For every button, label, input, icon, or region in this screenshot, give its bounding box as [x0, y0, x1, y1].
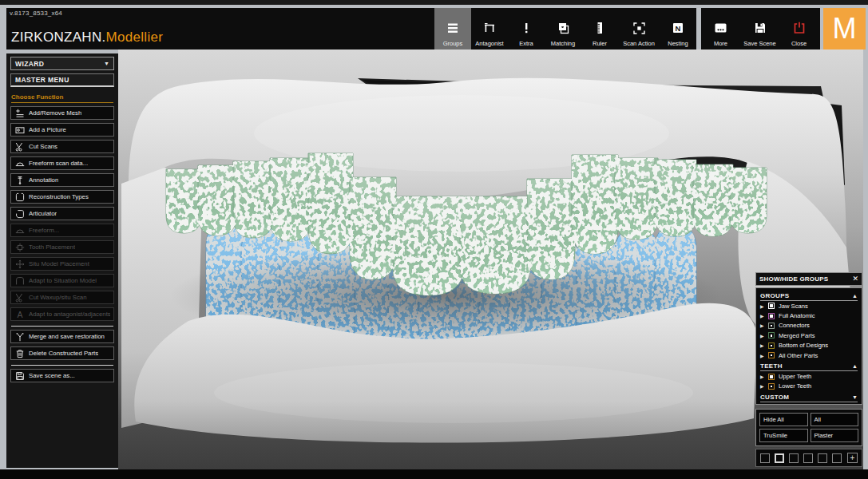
freeform-dome-icon [14, 159, 25, 168]
letter-a-icon: A [14, 310, 25, 319]
group-row-connectors[interactable]: ▶ Connectors [760, 321, 858, 331]
chevron-down-icon: ▼ [104, 61, 109, 66]
expand-arrow-icon[interactable]: ▶ [760, 383, 764, 389]
close-power-icon [793, 16, 806, 40]
trusmile-button[interactable]: TruSmile [759, 429, 808, 442]
expand-arrow-icon[interactable]: ▶ [760, 313, 764, 319]
sidebar-button-adapt-to-situation-model: Adapt to Situation Model [10, 274, 114, 287]
sidebar-divider [11, 326, 113, 327]
dental-model-render [118, 49, 863, 469]
checkbox-connectors[interactable] [768, 323, 775, 329]
checkbox-all-other-parts[interactable] [768, 352, 775, 358]
layout-slot-2-selected[interactable] [775, 453, 784, 463]
checkbox-full-anatomic[interactable] [768, 313, 775, 319]
toolbar-button-matching[interactable]: Matching [545, 8, 581, 49]
ruler-icon [593, 16, 606, 40]
plaster-button[interactable]: Plaster [811, 429, 859, 442]
chevron-up-icon: ▲ [852, 293, 858, 299]
section-header-teeth[interactable]: TEETH ▲ [760, 361, 858, 371]
group-row-full-anatomic[interactable]: ▶ Full Anatomic [760, 311, 858, 320]
expand-arrow-icon[interactable]: ▶ [760, 303, 764, 309]
section-header-custom[interactable]: CUSTOM ▼ [760, 392, 858, 402]
layout-slot-1[interactable] [760, 453, 770, 463]
close-icon[interactable]: ✕ [852, 275, 858, 283]
all-button[interactable]: All [811, 413, 859, 426]
section-header-groups[interactable]: GROUPS ▲ [760, 291, 858, 301]
sidebar-button-merge-and-save[interactable]: Merge and save restoration [10, 330, 114, 343]
checkbox-upper-teeth[interactable] [768, 374, 775, 380]
expand-arrow-icon[interactable]: ▶ [760, 333, 764, 338]
toolbar-button-antagonist[interactable]: Antagonist [471, 8, 508, 49]
sidebar-button-add-a-picture[interactable]: Add a Picture [10, 123, 114, 137]
logo-letter: M [833, 12, 857, 46]
group-row-lower-teeth[interactable]: ▶ Lower Teeth [760, 382, 858, 391]
checkbox-bottom-of-designs[interactable] [768, 342, 775, 349]
master-menu-header[interactable]: MASTER MENU [10, 73, 114, 87]
layout-slot-6[interactable] [832, 453, 842, 463]
modellier-logo[interactable]: M [823, 8, 866, 49]
add-slot-button[interactable]: + [847, 453, 858, 463]
toolbar-button-groups[interactable]: Groups [434, 8, 471, 49]
layout-slot-3[interactable] [789, 453, 799, 463]
matching-icon [557, 16, 570, 40]
expand-arrow-icon[interactable]: ▶ [760, 374, 764, 379]
scissors-icon [14, 142, 25, 152]
toolbar-button-nesting[interactable]: N Nesting [660, 8, 696, 49]
expand-arrow-icon[interactable]: ▶ [760, 342, 764, 348]
sidebar-button-cut-scans[interactable]: Cut Scans [10, 140, 114, 153]
merge-branch-icon [14, 332, 25, 342]
hide-all-button[interactable]: Hide All [759, 413, 808, 426]
sidebar-button-delete-constructed-parts[interactable]: Delete Constructed Parts [10, 346, 114, 360]
sidebar-button-annotation[interactable]: Annotation [10, 173, 114, 187]
wizard-dropdown[interactable]: WIZARD ▼ [10, 57, 114, 70]
expand-arrow-icon[interactable]: ▶ [760, 353, 764, 358]
app-brand: ZIRKONZAHN.Modellier [11, 30, 163, 46]
annotation-pin-icon [14, 176, 25, 185]
model-3d-viewport[interactable] [118, 49, 863, 469]
group-row-jaw-scans[interactable]: ▶ Jaw Scans [760, 301, 858, 311]
sidebar-button-add-remove-mesh[interactable]: Add/Remove Mesh [10, 106, 114, 120]
groups-icon [446, 16, 459, 40]
show-hide-groups-panel: GROUPS ▲ ▶ Jaw Scans ▶ Full Anatomic ▶ C… [755, 287, 862, 405]
layout-slots-bar: + [755, 449, 862, 467]
window-top-edge [0, 0, 868, 5]
toolbar-button-save-scene[interactable]: Save Scene [740, 8, 779, 49]
group-row-upper-teeth[interactable]: ▶ Upper Teeth [760, 371, 858, 381]
checkbox-jaw-scans[interactable] [768, 303, 775, 309]
nesting-icon: N [672, 16, 684, 40]
show-hide-groups-titlebar: SHOW/HIDE GROUPS ✕ [755, 272, 862, 286]
add-remove-mesh-icon [14, 109, 25, 118]
checkbox-merged-parts[interactable] [768, 332, 775, 338]
sidebar-button-freeform-scan-data[interactable]: Freeform scan data... [10, 156, 114, 170]
toolbar-button-close[interactable]: Close [779, 8, 818, 49]
toolbar-button-scan-action[interactable]: Scan Action [618, 8, 660, 49]
expand-arrow-icon[interactable]: ▶ [760, 323, 764, 328]
sidebar-button-reconstruction-types[interactable]: Reconstruction Types [10, 190, 114, 204]
toolbar-button-extra[interactable]: Extra [508, 8, 545, 49]
svg-text:A: A [17, 310, 22, 319]
sidebar-button-articulator[interactable]: Articulator [10, 207, 114, 220]
sidebar-button-freeform: Freeform... [10, 224, 114, 237]
main-toolbar: Groups Antagonist Extra Matching Ruler S [434, 8, 696, 49]
svg-text:N: N [676, 24, 681, 33]
sidebar-button-adapt-to-antagonist: A Adapt to antagonist/adjacents... [10, 307, 114, 321]
move-arrows-icon [14, 259, 25, 269]
layout-slot-4[interactable] [803, 453, 813, 463]
checkbox-lower-teeth[interactable] [768, 383, 775, 390]
layout-slot-5[interactable] [818, 453, 827, 463]
show-hide-groups-title: SHOW/HIDE GROUPS [759, 275, 852, 283]
version-label: v.8173_8533_x64 [10, 10, 62, 17]
sidebar-button-situ-model-placement: Situ Model Placement [10, 257, 114, 271]
group-row-all-other-parts[interactable]: ▶ All Other Parts [760, 350, 858, 360]
tooth-outline-icon [14, 192, 25, 202]
toolbar-button-ruler[interactable]: Ruler [581, 8, 618, 49]
group-row-bottom-of-designs[interactable]: ▶ Bottom of Designs [760, 341, 858, 350]
toolbar-button-more[interactable]: More [701, 8, 740, 49]
trash-icon [14, 349, 25, 358]
sidebar-button-save-scene-as[interactable]: Save scene as... [10, 369, 114, 382]
floppy-icon [14, 371, 25, 381]
scan-action-icon [632, 16, 646, 40]
brand-accent: Modellier [106, 30, 164, 45]
group-row-merged-parts[interactable]: ▶ Merged Parts [760, 331, 858, 340]
sidebar: WIZARD ▼ MASTER MENU Choose Function Add… [6, 53, 118, 468]
